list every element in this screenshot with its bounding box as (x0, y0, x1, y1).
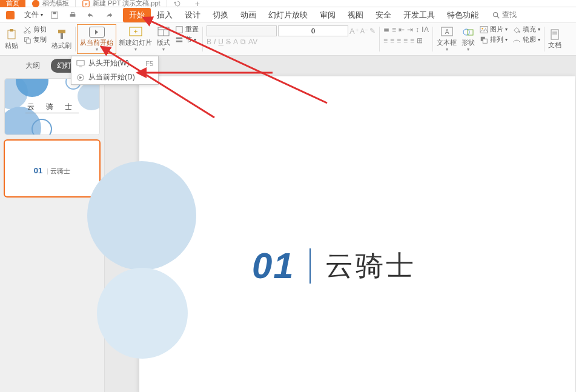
doc-assist-button[interactable]: 文档 (546, 24, 564, 54)
underline-button[interactable]: U (218, 38, 223, 46)
paste-icon (5, 28, 18, 41)
font-family-input[interactable] (207, 25, 277, 36)
slide-thumb-1[interactable]: 云 骑 士 (5, 79, 99, 135)
text-dir-button[interactable]: ⅠA (422, 25, 429, 34)
paste-button[interactable]: 粘贴 (2, 24, 21, 54)
clear-format-button[interactable]: ✎ (369, 27, 376, 35)
paste-label: 粘贴 (5, 41, 18, 50)
qat-redo[interactable] (101, 10, 117, 21)
tab-history[interactable] (167, 0, 188, 7)
svg-rect-39 (77, 60, 84, 65)
outline-button[interactable]: 轮廓 ▾ (512, 35, 540, 45)
decrease-font-button[interactable]: A⁻ (360, 27, 368, 35)
bold-button[interactable]: B (207, 38, 211, 46)
strike-button[interactable]: S (226, 38, 231, 46)
qat-undo[interactable] (83, 10, 99, 21)
from-current-item[interactable]: 从当前开始(D) (71, 70, 158, 84)
new-slide-label: 新建幻灯片 (119, 38, 152, 47)
play-circle-icon (76, 73, 85, 82)
highlight-button[interactable]: ⧉ (240, 38, 246, 46)
ribbon-tabs: 开始 插入 设计 切换 动画 幻灯片放映 审阅 视图 安全 开发工具 特色功能 (123, 8, 485, 22)
svg-rect-5 (53, 12, 56, 14)
qat-save[interactable] (47, 10, 62, 21)
tab-document[interactable]: P 新建 PPT 演示文稿.ppt (76, 0, 167, 7)
align-center-button[interactable]: ≡ (390, 36, 394, 45)
fill-button[interactable]: 填充 ▾ (512, 24, 540, 35)
search-button[interactable]: 查找 (492, 10, 517, 20)
tab-template-label: 稻壳模板 (42, 0, 69, 7)
svg-point-32 (482, 28, 483, 29)
indent-dec-button[interactable]: ⇤ (399, 25, 405, 34)
cut-icon (23, 25, 31, 34)
align-justify-button[interactable]: ≡ (403, 36, 408, 45)
ribbon-tab-review[interactable]: 审阅 (314, 8, 342, 22)
svg-rect-34 (483, 39, 487, 43)
reset-button[interactable]: 重置 (175, 24, 199, 35)
font-color-button[interactable]: A (233, 38, 238, 46)
ribbon-tab-insert[interactable]: 插入 (151, 8, 179, 22)
columns-button[interactable]: ⊞ (417, 36, 423, 45)
cut-button[interactable]: 剪切 (23, 24, 47, 35)
ribbon-tab-view[interactable]: 视图 (342, 8, 369, 22)
ribbon-tab-design[interactable]: 设计 (179, 8, 207, 22)
file-menu-label: 文件 (24, 10, 39, 20)
textbox-button[interactable]: A 文本框 ▾ (434, 24, 459, 54)
section-button[interactable]: 节 ▾ (175, 35, 199, 45)
italic-button[interactable]: I (214, 38, 216, 46)
ribbon-tab-devtools[interactable]: 开发工具 (397, 8, 441, 22)
align-left-button[interactable]: ≡ (383, 36, 388, 45)
indent-inc-button[interactable]: ⇥ (407, 25, 413, 34)
ribbon-tab-start[interactable]: 开始 (123, 8, 151, 22)
kerning-button[interactable]: AV (248, 38, 257, 46)
svg-rect-16 (58, 30, 65, 33)
align-dist-button[interactable]: ≡ (410, 36, 414, 45)
from-start-label: 从头开始(W) (88, 58, 129, 68)
thumb2-text: 01|云骑士 (5, 166, 99, 176)
current-slide[interactable]: 01 云骑士 (139, 76, 575, 392)
numbering-button[interactable]: ≡ (392, 25, 396, 34)
align-right-button[interactable]: ≡ (397, 36, 401, 45)
svg-line-9 (497, 16, 500, 18)
thumb1-text: 云 骑 士 (5, 102, 99, 112)
svg-point-8 (494, 12, 498, 16)
ribbon-tab-special[interactable]: 特色功能 (441, 8, 485, 22)
print-icon (68, 11, 77, 19)
outline-icon (512, 36, 521, 44)
ribbon-tab-animation[interactable]: 动画 (234, 8, 262, 22)
layout-button[interactable]: 版式 ▾ (154, 24, 173, 54)
slideshow-from-current-button[interactable]: 从当前开始 ▾ (77, 24, 116, 54)
shapes-button[interactable]: 形状 ▾ (459, 24, 477, 54)
ribbon-tab-security[interactable]: 安全 (369, 8, 397, 22)
arrange-button[interactable]: 排列 ▾ (480, 35, 508, 45)
file-menu[interactable]: 文件 ▾ (21, 8, 44, 21)
svg-rect-17 (61, 33, 63, 39)
copy-button[interactable]: 复制 (23, 35, 47, 45)
monitor-icon (76, 59, 85, 68)
tab-home[interactable]: 首页 (0, 0, 25, 7)
from-start-item[interactable]: 从头开始(W) F5 (71, 56, 158, 70)
picture-icon (480, 25, 488, 34)
doc-assist-icon (549, 29, 560, 40)
increase-font-button[interactable]: A⁺ (349, 27, 359, 36)
ribbon: 粘贴 剪切 复制 格式刷 从当前开始 ▾ 新建幻灯片 ▾ 版式 ▾ 重置 节 ▾… (0, 23, 576, 56)
font-size-input[interactable] (278, 25, 348, 36)
tab-template[interactable]: 稻壳模板 (25, 0, 76, 7)
ribbon-tab-slideshow[interactable]: 幻灯片放映 (262, 8, 314, 22)
picture-button[interactable]: 图片 ▾ (480, 24, 508, 35)
slide-thumb-2[interactable]: 01|云骑士 (5, 141, 99, 196)
from-current-label: 从当前开始 (80, 38, 113, 47)
slideshow-dropdown: 从头开始(W) F5 从当前开始(D) (71, 56, 159, 85)
outline-tab[interactable]: 大纲 (19, 59, 46, 73)
format-painter-button[interactable]: 格式刷 (49, 24, 74, 54)
ribbon-tab-transition[interactable]: 切换 (207, 8, 234, 22)
brush-icon (56, 28, 68, 41)
new-slide-icon (129, 27, 142, 38)
arrange-icon (480, 36, 488, 44)
tab-add[interactable]: + (188, 0, 207, 8)
line-spacing-button[interactable]: ↕ (415, 25, 419, 34)
new-slide-button[interactable]: 新建幻灯片 ▾ (116, 24, 154, 54)
qat-print[interactable] (65, 10, 81, 21)
app-menu[interactable] (2, 10, 18, 21)
bullets-button[interactable]: ≣ (383, 25, 389, 34)
format-painter-label: 格式刷 (51, 41, 71, 50)
